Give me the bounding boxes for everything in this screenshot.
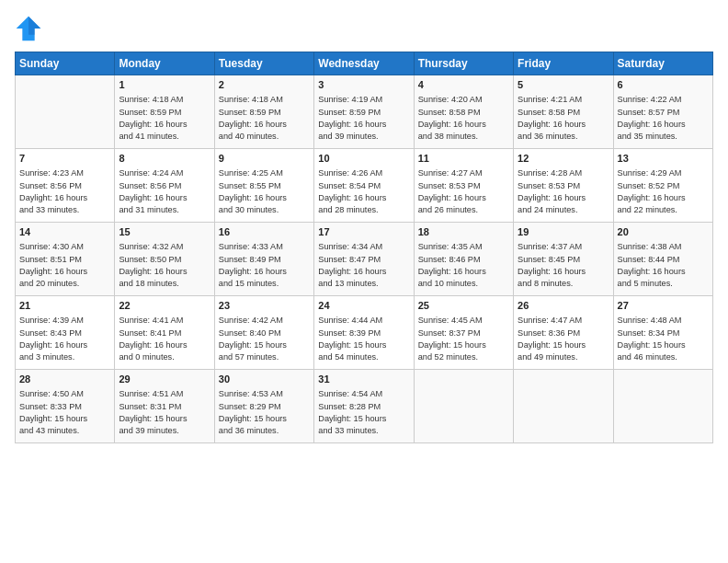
day-info: Sunrise: 4:53 AM Sunset: 8:29 PM Dayligh… <box>219 388 310 437</box>
week-row-1: 1Sunrise: 4:18 AM Sunset: 8:59 PM Daylig… <box>16 75 713 149</box>
day-info: Sunrise: 4:51 AM Sunset: 8:31 PM Dayligh… <box>119 388 210 437</box>
day-number: 21 <box>19 299 110 313</box>
day-number: 25 <box>418 299 509 313</box>
day-number: 7 <box>19 152 110 166</box>
day-cell <box>613 370 712 443</box>
day-cell <box>514 370 613 443</box>
day-info: Sunrise: 4:34 AM Sunset: 8:47 PM Dayligh… <box>318 241 409 290</box>
logo-icon <box>15 15 42 42</box>
week-row-5: 28Sunrise: 4:50 AM Sunset: 8:33 PM Dayli… <box>16 370 713 443</box>
day-info: Sunrise: 4:27 AM Sunset: 8:53 PM Dayligh… <box>418 167 509 216</box>
day-cell: 15Sunrise: 4:32 AM Sunset: 8:50 PM Dayli… <box>115 223 214 296</box>
day-cell: 27Sunrise: 4:48 AM Sunset: 8:34 PM Dayli… <box>613 296 712 370</box>
day-info: Sunrise: 4:33 AM Sunset: 8:49 PM Dayligh… <box>219 241 310 290</box>
day-info: Sunrise: 4:26 AM Sunset: 8:54 PM Dayligh… <box>318 167 409 216</box>
day-header-wednesday: Wednesday <box>314 52 414 75</box>
day-cell: 26Sunrise: 4:47 AM Sunset: 8:36 PM Dayli… <box>514 296 613 370</box>
day-number: 8 <box>119 152 210 166</box>
day-number: 24 <box>318 299 409 313</box>
day-cell: 20Sunrise: 4:38 AM Sunset: 8:44 PM Dayli… <box>613 223 712 296</box>
day-info: Sunrise: 4:24 AM Sunset: 8:56 PM Dayligh… <box>119 167 210 216</box>
day-number: 11 <box>418 152 509 166</box>
day-info: Sunrise: 4:48 AM Sunset: 8:34 PM Dayligh… <box>618 315 709 363</box>
day-cell: 31Sunrise: 4:54 AM Sunset: 8:28 PM Dayli… <box>314 370 414 443</box>
day-header-sunday: Sunday <box>16 52 115 75</box>
day-info: Sunrise: 4:42 AM Sunset: 8:40 PM Dayligh… <box>219 315 310 363</box>
day-header-thursday: Thursday <box>414 52 513 75</box>
day-info: Sunrise: 4:30 AM Sunset: 8:51 PM Dayligh… <box>19 241 110 290</box>
day-number: 4 <box>418 78 509 92</box>
day-header-monday: Monday <box>115 52 214 75</box>
day-cell: 16Sunrise: 4:33 AM Sunset: 8:49 PM Dayli… <box>214 223 313 296</box>
day-info: Sunrise: 4:25 AM Sunset: 8:55 PM Dayligh… <box>219 167 310 216</box>
week-row-3: 14Sunrise: 4:30 AM Sunset: 8:51 PM Dayli… <box>16 223 713 296</box>
main-container: SundayMondayTuesdayWednesdayThursdayFrid… <box>0 0 728 453</box>
day-cell: 14Sunrise: 4:30 AM Sunset: 8:51 PM Dayli… <box>16 223 115 296</box>
day-number: 2 <box>219 78 310 92</box>
header <box>15 15 713 42</box>
day-info: Sunrise: 4:28 AM Sunset: 8:53 PM Dayligh… <box>518 167 609 216</box>
day-cell <box>16 75 115 149</box>
day-info: Sunrise: 4:32 AM Sunset: 8:50 PM Dayligh… <box>119 241 210 290</box>
day-cell <box>414 370 513 443</box>
day-cell: 22Sunrise: 4:41 AM Sunset: 8:41 PM Dayli… <box>115 296 214 370</box>
week-row-2: 7Sunrise: 4:23 AM Sunset: 8:56 PM Daylig… <box>16 149 713 223</box>
day-info: Sunrise: 4:22 AM Sunset: 8:57 PM Dayligh… <box>618 94 709 143</box>
day-info: Sunrise: 4:35 AM Sunset: 8:46 PM Dayligh… <box>418 241 509 290</box>
day-cell: 30Sunrise: 4:53 AM Sunset: 8:29 PM Dayli… <box>214 370 313 443</box>
day-info: Sunrise: 4:47 AM Sunset: 8:36 PM Dayligh… <box>518 315 609 363</box>
day-cell: 10Sunrise: 4:26 AM Sunset: 8:54 PM Dayli… <box>314 149 414 223</box>
day-cell: 7Sunrise: 4:23 AM Sunset: 8:56 PM Daylig… <box>16 149 115 223</box>
day-info: Sunrise: 4:19 AM Sunset: 8:59 PM Dayligh… <box>318 94 409 143</box>
day-number: 12 <box>518 152 609 166</box>
calendar-table: SundayMondayTuesdayWednesdayThursdayFrid… <box>15 52 713 443</box>
day-info: Sunrise: 4:38 AM Sunset: 8:44 PM Dayligh… <box>618 241 709 290</box>
day-cell: 23Sunrise: 4:42 AM Sunset: 8:40 PM Dayli… <box>214 296 313 370</box>
day-info: Sunrise: 4:54 AM Sunset: 8:28 PM Dayligh… <box>318 388 409 437</box>
day-cell: 4Sunrise: 4:20 AM Sunset: 8:58 PM Daylig… <box>414 75 513 149</box>
day-cell: 28Sunrise: 4:50 AM Sunset: 8:33 PM Dayli… <box>16 370 115 443</box>
day-cell: 19Sunrise: 4:37 AM Sunset: 8:45 PM Dayli… <box>514 223 613 296</box>
day-info: Sunrise: 4:18 AM Sunset: 8:59 PM Dayligh… <box>119 94 210 143</box>
day-cell: 21Sunrise: 4:39 AM Sunset: 8:43 PM Dayli… <box>16 296 115 370</box>
day-number: 10 <box>318 152 409 166</box>
day-number: 17 <box>318 225 409 239</box>
day-cell: 18Sunrise: 4:35 AM Sunset: 8:46 PM Dayli… <box>414 223 513 296</box>
day-number: 3 <box>318 78 409 92</box>
day-number: 16 <box>219 225 310 239</box>
day-cell: 2Sunrise: 4:18 AM Sunset: 8:59 PM Daylig… <box>214 75 313 149</box>
day-number: 29 <box>119 373 210 386</box>
day-info: Sunrise: 4:23 AM Sunset: 8:56 PM Dayligh… <box>19 167 110 216</box>
calendar-header-row: SundayMondayTuesdayWednesdayThursdayFrid… <box>16 52 713 75</box>
day-cell: 24Sunrise: 4:44 AM Sunset: 8:39 PM Dayli… <box>314 296 414 370</box>
day-number: 22 <box>119 299 210 313</box>
day-info: Sunrise: 4:18 AM Sunset: 8:59 PM Dayligh… <box>219 94 310 143</box>
day-number: 14 <box>19 225 110 239</box>
day-number: 18 <box>418 225 509 239</box>
logo <box>15 15 46 42</box>
day-number: 26 <box>518 299 609 313</box>
day-number: 28 <box>19 373 110 386</box>
day-number: 15 <box>119 225 210 239</box>
day-info: Sunrise: 4:44 AM Sunset: 8:39 PM Dayligh… <box>318 315 409 363</box>
day-number: 6 <box>618 78 709 92</box>
day-number: 1 <box>119 78 210 92</box>
day-cell: 11Sunrise: 4:27 AM Sunset: 8:53 PM Dayli… <box>414 149 513 223</box>
day-cell: 17Sunrise: 4:34 AM Sunset: 8:47 PM Dayli… <box>314 223 414 296</box>
day-cell: 3Sunrise: 4:19 AM Sunset: 8:59 PM Daylig… <box>314 75 414 149</box>
day-cell: 13Sunrise: 4:29 AM Sunset: 8:52 PM Dayli… <box>613 149 712 223</box>
day-info: Sunrise: 4:41 AM Sunset: 8:41 PM Dayligh… <box>119 315 210 363</box>
day-cell: 1Sunrise: 4:18 AM Sunset: 8:59 PM Daylig… <box>115 75 214 149</box>
day-info: Sunrise: 4:21 AM Sunset: 8:58 PM Dayligh… <box>518 94 609 143</box>
day-number: 5 <box>518 78 609 92</box>
day-header-tuesday: Tuesday <box>214 52 313 75</box>
day-cell: 5Sunrise: 4:21 AM Sunset: 8:58 PM Daylig… <box>514 75 613 149</box>
day-number: 9 <box>219 152 310 166</box>
day-header-friday: Friday <box>514 52 613 75</box>
svg-marker-1 <box>28 17 40 35</box>
week-row-4: 21Sunrise: 4:39 AM Sunset: 8:43 PM Dayli… <box>16 296 713 370</box>
day-cell: 25Sunrise: 4:45 AM Sunset: 8:37 PM Dayli… <box>414 296 513 370</box>
calendar-body: 1Sunrise: 4:18 AM Sunset: 8:59 PM Daylig… <box>16 75 713 443</box>
day-info: Sunrise: 4:50 AM Sunset: 8:33 PM Dayligh… <box>19 388 110 437</box>
day-cell: 12Sunrise: 4:28 AM Sunset: 8:53 PM Dayli… <box>514 149 613 223</box>
